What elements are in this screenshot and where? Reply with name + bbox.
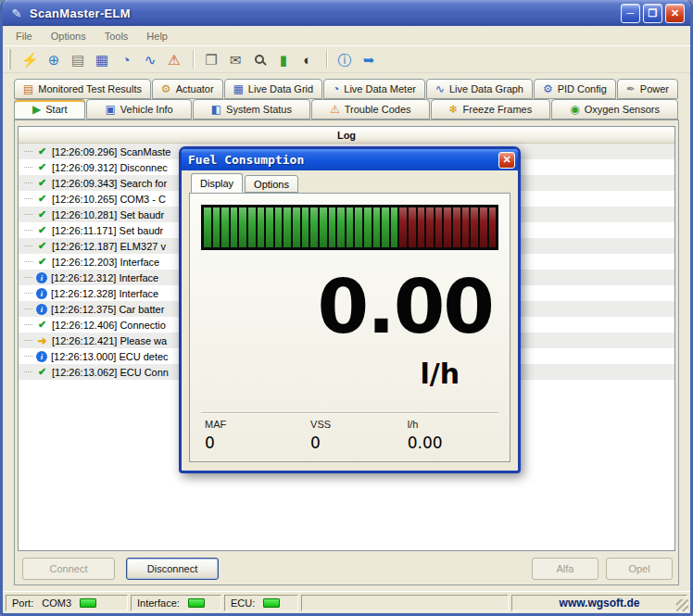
dialog-close-button[interactable]: ✕	[498, 152, 515, 169]
readout-label: l/h	[408, 419, 498, 430]
log-message: [12:26:12.328] Interface	[51, 288, 158, 299]
check-icon: ✔	[36, 161, 48, 173]
tab-live-data-graph[interactable]: ∿Live Data Graph	[426, 79, 533, 99]
info-icon: i	[36, 288, 47, 299]
menu-options[interactable]: Options	[44, 29, 94, 44]
log-message: [12:26:10.281] Set baudr	[52, 209, 164, 220]
interface-label: Interface:	[137, 597, 180, 609]
fuel-consumption-dialog: Fuel Consumption ✕ Display Options 0.00 …	[179, 146, 521, 473]
menu-file[interactable]: File	[8, 29, 40, 44]
tab-live-data-grid[interactable]: ▦Live Data Grid	[224, 79, 323, 99]
dialog-body: Display Options 0.00 l/h MAF 0 VSS 0	[182, 170, 518, 471]
website-icon: ⊕	[48, 53, 60, 67]
connect-icon[interactable]: ⚡	[19, 48, 41, 70]
connect-icon: ⚡	[21, 53, 39, 67]
tab-display[interactable]: Display	[191, 173, 243, 193]
tab-row-bottom: ▶Start▣Vehicle Info◧System Status⚠Troubl…	[14, 99, 679, 119]
tab-live-data-meter[interactable]: ◔Live Data Meter	[323, 79, 425, 99]
tab-label: Actuator	[176, 83, 214, 94]
live-data-graph-icon[interactable]: ∿	[139, 48, 161, 70]
gauge-segment-green	[346, 207, 354, 247]
gauge-segment-green	[320, 207, 327, 247]
gauge-segment-green	[382, 207, 389, 247]
tree-line	[24, 245, 32, 246]
toolbar-separator	[326, 50, 328, 69]
tree-line	[24, 324, 32, 325]
tab-trouble-codes[interactable]: ⚠Trouble Codes	[311, 99, 430, 119]
tab-strip: ▤Monitored Test Results⚙Actuator▦Live Da…	[14, 79, 679, 119]
report-icon[interactable]: ▤	[67, 48, 89, 70]
night-mode-icon[interactable]: ◐	[296, 48, 319, 70]
gauge-segment-green	[355, 207, 362, 247]
tab-label: Trouble Codes	[345, 104, 411, 115]
readout-label: VSS	[310, 419, 408, 430]
copy-icon[interactable]: ❐	[200, 48, 222, 70]
gauge-segment-red	[489, 207, 497, 247]
search-icon[interactable]	[248, 48, 271, 70]
warning-icon: ⚠	[330, 104, 340, 115]
resize-grip[interactable]	[676, 599, 688, 611]
trouble-codes-icon[interactable]: ⚠	[163, 48, 185, 70]
exit-icon[interactable]: ➥	[358, 48, 380, 70]
tree-line	[24, 167, 32, 168]
tab-freeze-frames[interactable]: ❄Freeze Frames	[431, 99, 551, 119]
clipboard-icon: ▤	[23, 83, 33, 94]
tree-line	[24, 151, 32, 152]
freeze-icon: ❄	[449, 104, 459, 115]
tab-actuator[interactable]: ⚙Actuator	[152, 79, 223, 99]
gauge-segment-green	[239, 207, 246, 247]
gauge-segment-red	[399, 207, 407, 247]
live-data-graph-icon: ∿	[145, 53, 157, 67]
check-icon: ✔	[36, 256, 48, 268]
tab-system-status[interactable]: ◧System Status	[193, 99, 310, 119]
gauge-segment-green	[275, 207, 283, 247]
gauge-segment-green	[329, 207, 336, 247]
night-mode-icon: ◐	[303, 53, 311, 67]
tab-oxygen-sensors[interactable]: ◉Oxygen Sensors	[551, 99, 678, 119]
opel-button[interactable]: Opel	[606, 558, 673, 580]
tab-options[interactable]: Options	[245, 175, 298, 193]
terminal-icon: ✉	[230, 53, 242, 67]
battery-icon[interactable]: ▮	[272, 48, 295, 70]
log-message: [12:26:09.312] Disconnec	[52, 162, 168, 173]
gauge-segment-green	[266, 207, 273, 247]
tree-line	[24, 371, 32, 372]
menu-help[interactable]: Help	[139, 29, 175, 44]
close-button[interactable]: ✕	[665, 4, 685, 23]
readout-value: 0.00	[408, 434, 498, 452]
log-message: [12:26:11.171] Set baudr	[52, 225, 163, 236]
minimize-button[interactable]: ─	[621, 4, 640, 23]
gauge-segment-green	[258, 207, 265, 247]
info-icon[interactable]: ⓘ	[334, 48, 356, 70]
info-icon: ⓘ	[338, 53, 352, 67]
live-data-meter-icon[interactable]: ◔	[115, 48, 137, 70]
tab-pid-config[interactable]: ⚙PID Config	[534, 79, 616, 99]
menu-tools[interactable]: Tools	[97, 29, 136, 44]
disconnect-button[interactable]: Disconnect	[126, 558, 219, 580]
tree-line	[24, 198, 32, 199]
tab-vehicle-info[interactable]: ▣Vehicle Info	[86, 99, 191, 119]
gauge-segment-green	[364, 207, 372, 247]
gauge-segment-red	[480, 207, 487, 247]
live-data-grid-icon[interactable]: ▦	[91, 48, 113, 70]
log-column-header[interactable]: Log	[19, 127, 674, 144]
log-message: [12:26:12.375] Car batter	[51, 304, 164, 315]
tab-monitored-test-results[interactable]: ▤Monitored Test Results	[14, 79, 151, 99]
title-bar[interactable]: ✎ ScanMaster-ELM ─ ❐ ✕	[3, 0, 690, 26]
tab-power[interactable]: ✒Power	[617, 79, 678, 99]
terminal-icon[interactable]: ✉	[224, 48, 246, 70]
dialog-title-bar[interactable]: Fuel Consumption ✕	[182, 149, 518, 170]
website-icon[interactable]: ⊕	[43, 48, 65, 70]
tab-label: PID Config	[558, 83, 607, 94]
toolbar-grip[interactable]	[8, 49, 12, 69]
alfa-button[interactable]: Alfa	[532, 558, 598, 580]
tab-start[interactable]: ▶Start	[14, 99, 85, 119]
maximize-button[interactable]: ❐	[643, 4, 662, 23]
connect-button[interactable]: Connect	[22, 558, 115, 580]
tree-line	[24, 261, 32, 262]
tab-label: System Status	[226, 104, 292, 115]
info-icon: i	[36, 351, 47, 362]
gauge-segment-red	[435, 207, 443, 247]
log-message: [12:26:12.187] ELM327 v	[52, 241, 166, 252]
readouts-row: MAF 0 VSS 0 l/h 0.00	[201, 412, 498, 454]
